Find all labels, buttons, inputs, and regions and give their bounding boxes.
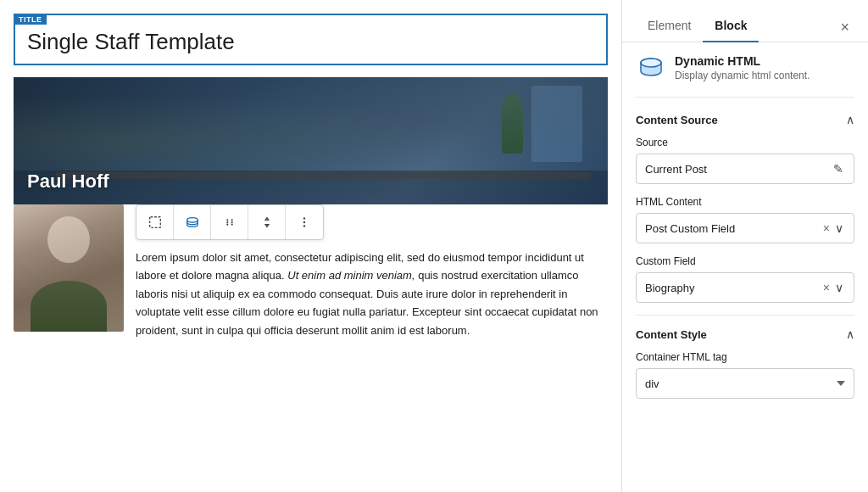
source-label: Source [636,137,854,148]
html-content-value: Post Custom Field [645,222,820,235]
panel-body: Dynamic HTML Display dynamic html conten… [622,42,868,492]
select-block-button[interactable] [136,205,174,239]
avatar [14,204,124,332]
svg-rect-0 [149,217,160,228]
source-expand-icon[interactable]: ✎ [832,163,845,175]
hero-name: Paul Hoff [27,171,109,193]
custom-field-expand-icon[interactable]: ∨ [833,282,845,294]
avatar-column [14,204,124,339]
svg-point-5 [231,221,232,223]
close-button[interactable]: × [835,16,854,38]
source-select[interactable]: Current Post ✎ [636,154,854,184]
office-table [56,172,591,179]
svg-point-2 [226,219,228,221]
custom-field-label: Custom Field [636,255,854,267]
office-plant [502,94,523,154]
container-tag-label: Container HTML tag [636,351,854,363]
dynamic-html-button[interactable] [174,205,211,239]
block-description: Display dynamic html content. [675,70,810,81]
tab-element[interactable]: Element [636,12,703,42]
content-style-chevron: ∧ [846,327,854,341]
text-column: Lorem ipsum dolor sit amet, consectetur … [136,204,608,339]
block-toolbar [136,204,324,240]
svg-point-6 [226,224,228,226]
svg-point-8 [303,217,305,219]
svg-point-13 [641,59,661,67]
panel-header: Element Block × [622,0,868,42]
block-name: Dynamic HTML [675,54,810,68]
content-source-chevron: ∧ [846,113,854,126]
move-button[interactable] [248,205,286,239]
svg-point-7 [231,224,232,226]
html-content-select[interactable]: Post Custom Field × ∨ [636,213,854,243]
section-divider [636,315,854,316]
container-tag-field-group: Container HTML tag div span section arti… [636,351,854,399]
hero-image: Paul Hoff [14,77,608,204]
svg-point-1 [186,218,198,222]
content-source-section-header[interactable]: Content Source ∧ [636,113,854,126]
custom-field-value: Biography [645,282,820,294]
html-content-label: HTML Content [636,196,854,208]
source-value: Current Post [645,163,832,176]
svg-point-4 [226,221,228,223]
content-style-title: Content Style [636,328,707,341]
content-area: Lorem ipsum dolor sit amet, consectetur … [14,204,608,339]
custom-field-clear-icon[interactable]: × [820,282,833,294]
container-tag-select[interactable]: div span section article aside [636,368,854,399]
html-content-expand-icon[interactable]: ∨ [833,222,845,234]
svg-point-9 [303,221,305,223]
database-icon [636,54,666,85]
right-panel: Element Block × Dynamic HTML Display dyn… [622,0,868,492]
left-panel: TITLE Single Staff Template Paul Hoff [0,0,622,492]
block-info: Dynamic HTML Display dynamic html conten… [636,54,854,98]
office-detail [531,86,582,162]
content-source-title: Content Source [636,114,718,126]
body-text: Lorem ipsum dolor sit amet, consectetur … [136,249,608,339]
svg-point-10 [303,225,305,226]
html-content-field-group: HTML Content Post Custom Field × ∨ [636,196,854,243]
more-options-button[interactable] [286,205,323,239]
custom-field-select[interactable]: Biography × ∨ [636,272,854,303]
title-label: TITLE [14,14,47,25]
tab-block[interactable]: Block [703,12,759,42]
source-field-group: Source Current Post ✎ [636,137,854,184]
svg-point-3 [231,219,232,221]
title-block[interactable]: TITLE Single Staff Template [14,14,608,65]
drag-handle-button[interactable] [211,205,248,239]
page-title: Single Staff Template [27,29,594,55]
content-style-section-header[interactable]: Content Style ∧ [636,327,854,341]
custom-field-group: Custom Field Biography × ∨ [636,255,854,303]
html-content-clear-icon[interactable]: × [820,222,833,234]
block-text: Dynamic HTML Display dynamic html conten… [675,54,810,81]
